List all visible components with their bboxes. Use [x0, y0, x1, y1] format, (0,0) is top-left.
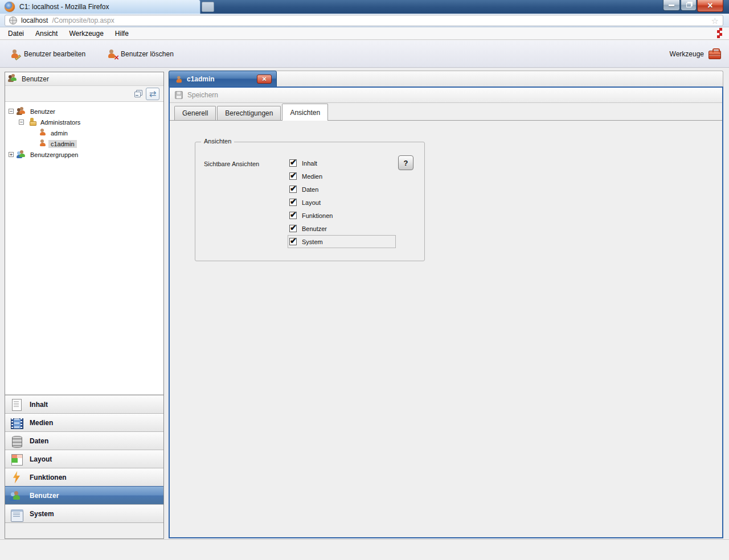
tree-item-label: admin	[48, 129, 70, 137]
nav-item-icon	[10, 452, 23, 466]
edit-user-label: Benutzer bearbeiten	[24, 50, 85, 58]
settings-tab[interactable]: Generell	[174, 106, 216, 120]
list-tabs-button[interactable]	[202, 2, 214, 12]
checkbox-label: Layout	[302, 199, 321, 206]
nav-item[interactable]: Inhalt	[5, 395, 163, 413]
delete-user-button[interactable]: Benutzer löschen	[105, 49, 174, 59]
close-icon	[707, 1, 712, 10]
checkbox[interactable]	[289, 225, 297, 232]
tree-row[interactable]: c1admin	[5, 138, 163, 149]
nav-item-label: Funktionen	[30, 473, 67, 481]
tree-item-icon	[17, 107, 26, 116]
checkbox-row[interactable]: Funktionen	[289, 209, 396, 222]
nav-item-label: Daten	[30, 437, 48, 445]
sidebar-footer	[5, 523, 163, 538]
document-tab-label: c1admin	[187, 75, 215, 83]
checkbox-label: System	[302, 238, 323, 245]
nav-item-label: System	[30, 510, 54, 518]
tree-expander[interactable]: −	[9, 109, 14, 114]
tree-row[interactable]: − Administrators	[5, 117, 163, 127]
close-tab-button[interactable]	[257, 75, 272, 84]
document-tab-strip: c1admin	[169, 71, 723, 87]
minimize-icon	[669, 5, 674, 6]
window-controls	[662, 0, 723, 12]
restore-button[interactable]	[681, 0, 697, 11]
settings-tab[interactable]: Berechtigungen	[217, 106, 281, 120]
checkbox-row[interactable]: System	[288, 235, 396, 248]
restore-icon	[686, 3, 691, 7]
menu-item[interactable]: Ansicht	[30, 28, 63, 39]
users-icon	[8, 74, 17, 84]
save-icon	[175, 91, 183, 99]
document-tab[interactable]: c1admin	[169, 71, 277, 87]
document-toolbar: Speichern	[170, 88, 722, 103]
nav-item-icon	[10, 489, 23, 503]
checkbox-row[interactable]: Daten	[289, 183, 396, 196]
nav-item-icon	[10, 507, 23, 521]
url-host: localhost	[21, 17, 48, 24]
checkbox-list: Inhalt Medien Daten Layout	[289, 157, 396, 248]
firefox-window: C1: localhost - Mozilla Firefox localhos…	[0, 0, 729, 560]
nav-item-label: Benutzer	[30, 492, 59, 500]
star-icon[interactable]	[711, 17, 719, 25]
nav-item-icon	[10, 416, 23, 430]
help-button[interactable]: ?	[398, 155, 413, 170]
tools-button[interactable]: Werkzeuge	[670, 48, 721, 59]
collapse-all-icon[interactable]	[134, 90, 143, 97]
checkbox-row[interactable]: Benutzer	[289, 222, 396, 235]
checkbox[interactable]	[289, 238, 297, 245]
checkbox[interactable]	[289, 199, 297, 206]
tree-expander[interactable]: +	[9, 152, 14, 157]
tree-row[interactable]: admin	[5, 127, 163, 138]
menu-bar: DateiAnsichtWerkzeugeHilfe	[0, 27, 729, 40]
url-bar[interactable]: localhost/Composite/top.aspx	[5, 15, 723, 26]
tab-content: Ansichten Sichtbare Ansichten Inhalt	[170, 121, 722, 537]
edit-user-button[interactable]: Benutzer bearbeiten	[8, 49, 85, 59]
checkbox-label: Benutzer	[302, 225, 327, 232]
toolbox-icon	[708, 51, 721, 59]
settings-tab-strip: GenerellBerechtigungenAnsichten	[170, 103, 722, 121]
browser-tab[interactable]: C1: localhost - Mozilla Firefox	[0, 0, 200, 14]
tree-toolbar	[5, 86, 163, 102]
tree-expander[interactable]: −	[19, 120, 24, 125]
sidebar-header: Benutzer	[5, 72, 163, 86]
tree-item-icon	[37, 139, 46, 149]
minimize-button[interactable]	[663, 0, 680, 11]
nav-item[interactable]: System	[5, 504, 163, 522]
checkbox[interactable]	[289, 186, 297, 193]
close-button[interactable]	[697, 0, 723, 12]
nav-item[interactable]: Medien	[5, 413, 163, 431]
firefox-icon	[5, 2, 15, 12]
tree-row[interactable]: + Benutzergruppen	[5, 149, 163, 160]
url-path: /Composite/top.aspx	[52, 17, 114, 24]
user-edit-icon	[8, 49, 19, 59]
settings-tab[interactable]: Ansichten	[282, 104, 328, 121]
checkbox-label: Funktionen	[302, 212, 333, 219]
workspace: Benutzer − Benutzer −	[0, 68, 729, 540]
navigation-bar: localhost/Composite/top.aspx	[0, 14, 729, 27]
checkbox-row[interactable]: Layout	[289, 196, 396, 209]
checkbox-row[interactable]: Medien	[289, 170, 396, 183]
nav-item[interactable]: Funktionen	[5, 468, 163, 486]
save-button[interactable]: Speichern	[187, 91, 218, 99]
nav-item[interactable]: Layout	[5, 450, 163, 468]
title-bar: C1: localhost - Mozilla Firefox	[0, 0, 729, 14]
nav-item-label: Inhalt	[30, 401, 48, 409]
checkbox[interactable]	[289, 159, 297, 167]
checkbox[interactable]	[289, 172, 297, 180]
checkbox-label: Inhalt	[302, 160, 317, 167]
sync-tree-button[interactable]	[146, 88, 159, 100]
sidebar-panel: Benutzer − Benutzer −	[5, 72, 164, 539]
menu-item[interactable]: Werkzeuge	[63, 28, 109, 39]
menu-item[interactable]: Datei	[2, 28, 30, 39]
tree-row[interactable]: − Benutzer	[5, 106, 163, 117]
checkbox-row[interactable]: Inhalt	[289, 157, 396, 170]
nav-item[interactable]: Daten	[5, 431, 163, 450]
checkbox[interactable]	[289, 212, 297, 219]
tree-item-label: Administrators	[38, 118, 83, 126]
perspective-nav: Inhalt Medien Daten Layout Funktionen	[5, 395, 163, 523]
ansichten-groupbox: Ansichten Sichtbare Ansichten Inhalt	[195, 142, 425, 261]
menu-item[interactable]: Hilfe	[109, 28, 134, 39]
document-frame: Speichern GenerellBerechtigungenAnsichte…	[169, 87, 723, 538]
nav-item[interactable]: Benutzer	[5, 486, 163, 504]
